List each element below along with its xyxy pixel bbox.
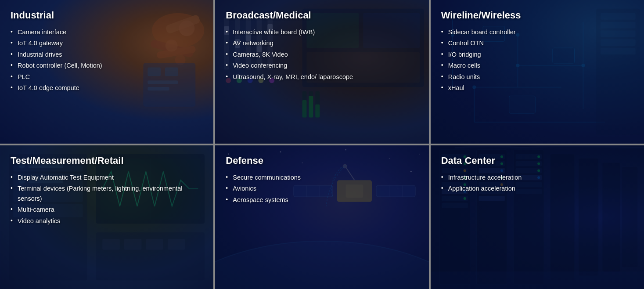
list-item: Robot controller (Cell, Motion) <box>11 61 203 70</box>
wireline-title: Wireline/Wireless <box>441 10 633 21</box>
card-test: Test/Measurement/Retail Display Automati… <box>0 145 213 289</box>
defense-list: Secure communications Avionics Aerospace… <box>226 173 418 205</box>
list-item: Radio units <box>441 72 633 82</box>
broadcast-list: Interactive white board (IWB) AV network… <box>226 27 418 82</box>
list-item: I/O bridging <box>441 50 633 59</box>
list-item: Video conferencing <box>226 61 418 70</box>
industrial-title: Industrial <box>11 10 203 21</box>
list-item: Secure communications <box>226 173 418 182</box>
list-item: Industrial drives <box>11 50 203 59</box>
list-item: Terminal devices (Parking meters, lightn… <box>11 184 203 203</box>
broadcast-title: Broadcast/Medical <box>226 10 418 21</box>
list-item: xHaul <box>441 83 633 93</box>
list-item: Application acceleration <box>441 184 633 193</box>
list-item: IoT 4.0 gateway <box>11 38 203 48</box>
card-broadcast: Broadcast/Medical Interactive white boar… <box>215 0 428 144</box>
list-item: Video analytics <box>11 216 203 226</box>
card-industrial: Industrial Camera interface IoT 4.0 gate… <box>0 0 213 144</box>
list-item: Interactive white board (IWB) <box>226 27 418 37</box>
list-item: PLC <box>11 72 203 82</box>
cards-grid: Industrial Camera interface IoT 4.0 gate… <box>0 0 644 289</box>
industrial-list: Camera interface IoT 4.0 gateway Industr… <box>11 27 203 93</box>
card-datacenter: Data Center Infrastructure acceleration … <box>431 145 644 289</box>
test-list: Display Automatic Test Equipment Termina… <box>11 173 203 226</box>
wireline-list: Sidecar board controller Control OTN I/O… <box>441 27 633 93</box>
list-item: Display Automatic Test Equipment <box>11 173 203 182</box>
list-item: Cameras, 8K Video <box>226 50 418 59</box>
list-item: Camera interface <box>11 27 203 37</box>
list-item: Sidecar board controller <box>441 27 633 37</box>
list-item: Multi-camera <box>11 205 203 214</box>
list-item: Ultrasound, X-ray, MRI, endo/ laparoscop… <box>226 72 418 82</box>
list-item: Infrastructure acceleration <box>441 173 633 182</box>
datacenter-title: Data Center <box>441 155 633 166</box>
list-item: IoT 4.0 edge compute <box>11 83 203 93</box>
card-defense: Defense Secure communications Avionics A… <box>215 145 428 289</box>
test-title: Test/Measurement/Retail <box>11 155 203 166</box>
list-item: Aerospace systems <box>226 195 418 205</box>
datacenter-list: Infrastructure acceleration Application … <box>441 173 633 194</box>
list-item: Avionics <box>226 184 418 193</box>
defense-title: Defense <box>226 155 418 166</box>
list-item: AV networking <box>226 38 418 48</box>
list-item: Macro cells <box>441 61 633 70</box>
list-item: Control OTN <box>441 38 633 48</box>
card-wireline: Wireline/Wireless Sidecar board controll… <box>431 0 644 144</box>
